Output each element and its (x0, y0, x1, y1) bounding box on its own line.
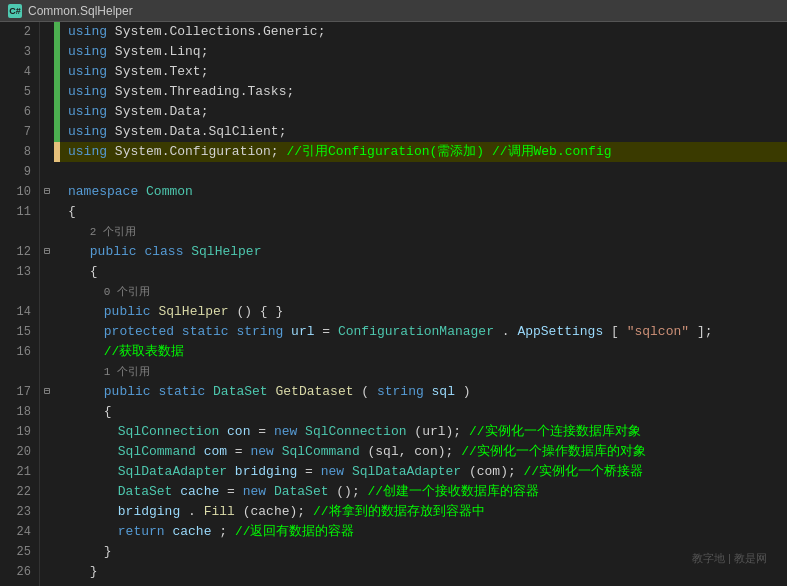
ns-4: System.Text; (115, 64, 209, 79)
kw-class-12: class (144, 244, 183, 259)
fold-3 (40, 42, 54, 62)
kw-using-5: using (68, 84, 107, 99)
str-sqlcon: "sqlcon" (627, 324, 689, 339)
code-line-7: using System.Data.SqlClient; (60, 122, 787, 142)
code-line-17: public static DataSet GetDataset ( strin… (60, 382, 787, 402)
fold-16 (40, 342, 54, 362)
kw-using-7: using (68, 124, 107, 139)
fold-17[interactable]: ⊟ (40, 382, 54, 402)
semi-24: ; (219, 524, 235, 539)
ln24: 24 (0, 522, 39, 542)
code-line-4: using System.Text; (60, 62, 787, 82)
fold-12[interactable]: ⊟ (40, 242, 54, 262)
kw-protected: protected (104, 324, 174, 339)
ln-ref1: · (0, 362, 39, 382)
kw-new-21: new (321, 464, 344, 479)
kw-new-19: new (274, 424, 297, 439)
ns-8: System.Configuration; (115, 144, 287, 159)
kw-string-15: string (236, 324, 283, 339)
fold-11 (40, 202, 54, 222)
code-line-26: } (60, 562, 787, 582)
bracket-15: [ (611, 324, 619, 339)
kw-public-12: public (90, 244, 137, 259)
fold-indicators: ⊟ ⊟ ⊟ (40, 22, 54, 586)
code-line-23: bridging . Fill (cache); //将拿到的数据存放到容器中 (60, 502, 787, 522)
code-editor[interactable]: using System.Collections.Generic; using … (60, 22, 787, 586)
type-sqlconnection: SqlConnection (118, 424, 219, 439)
code-container: 2 3 4 5 6 7 8 9 10 11 · 12 13 · 14 15 16… (0, 22, 787, 586)
code-line-9 (60, 162, 787, 182)
args-22: (); (336, 484, 367, 499)
comment-19: //实例化一个连接数据库对象 (469, 424, 641, 439)
kw-return: return (118, 524, 165, 539)
brace-11: { (68, 204, 76, 219)
paren-14: () { } (236, 304, 283, 319)
code-line-25: } (60, 542, 787, 562)
fold-10[interactable]: ⊟ (40, 182, 54, 202)
ln20: 20 (0, 442, 39, 462)
fold-8 (40, 142, 54, 162)
title-text: Common.SqlHelper (28, 4, 133, 18)
prop-appsettings: AppSettings (517, 324, 603, 339)
ln19: 19 (0, 422, 39, 442)
comment-8b: //调用Web.config (492, 144, 612, 159)
assign-22: = (227, 484, 243, 499)
brace-26: } (90, 564, 98, 579)
ln4: 4 (0, 62, 39, 82)
code-line-8: using System.Configuration; //引用Configur… (60, 142, 787, 162)
var-cache: cache (180, 484, 219, 499)
brace-25: } (104, 544, 112, 559)
method-fill: Fill (204, 504, 235, 519)
type-sqlcommand: SqlCommand (118, 444, 196, 459)
code-line-19: SqlConnection con = new SqlConnection (u… (60, 422, 787, 442)
code-line-14: public SqlHelper () { } (60, 302, 787, 322)
assign-21: = (305, 464, 321, 479)
method-sqlhelper: SqlHelper (158, 304, 228, 319)
code-line-10: namespace Common (60, 182, 787, 202)
args-23: (cache); (243, 504, 313, 519)
code-line-11: { (60, 202, 787, 222)
kw-static-15: static (182, 324, 229, 339)
ln11: 11 (0, 202, 39, 222)
ln23: 23 (0, 502, 39, 522)
comment-22: //创建一个接收数据库的容器 (368, 484, 540, 499)
type-sqldataadapter: SqlDataAdapter (118, 464, 227, 479)
kw-new-20: new (250, 444, 273, 459)
kw-public-14: public (104, 304, 151, 319)
var-bridging-23: bridging (118, 504, 180, 519)
ln14: 14 (0, 302, 39, 322)
comment-21: //实例化一个桥接器 (524, 464, 644, 479)
kw-new-22: new (243, 484, 266, 499)
ln12: 12 (0, 242, 39, 262)
type-sqlconn-new: SqlConnection (305, 424, 406, 439)
line-numbers: 2 3 4 5 6 7 8 9 10 11 · 12 13 · 14 15 16… (0, 22, 40, 586)
code-line-20: SqlCommand com = new SqlCommand (sql, co… (60, 442, 787, 462)
brace-18: { (104, 404, 112, 419)
ns-7: System.Data.SqlClient; (115, 124, 287, 139)
assign-15: = (322, 324, 338, 339)
ln9: 9 (0, 162, 39, 182)
method-getdataset: GetDataset (275, 384, 353, 399)
code-line-16: //获取表数据 (60, 342, 787, 362)
fold-13 (40, 262, 54, 282)
ns-2: System.Collections.Generic; (115, 24, 326, 39)
fold-27 (40, 582, 54, 586)
kw-using-8: using (68, 144, 107, 159)
fold-ref2 (40, 222, 54, 242)
assign-20: = (235, 444, 251, 459)
kw-static-17: static (158, 384, 205, 399)
ln5: 5 (0, 82, 39, 102)
ln10: 10 (0, 182, 39, 202)
var-con: con (227, 424, 250, 439)
fold-4 (40, 62, 54, 82)
code-line-ref2: 2 个引用 (60, 222, 787, 242)
fold-24 (40, 522, 54, 542)
fold-9 (40, 162, 54, 182)
args-21: (com); (469, 464, 524, 479)
ns-5: System.Threading.Tasks; (115, 84, 294, 99)
ln15: 15 (0, 322, 39, 342)
comment-24: //返回有数据的容器 (235, 524, 355, 539)
code-line-24: return cache ; //返回有数据的容器 (60, 522, 787, 542)
classname-sqlhelper: SqlHelper (191, 244, 261, 259)
ln26: 26 (0, 562, 39, 582)
